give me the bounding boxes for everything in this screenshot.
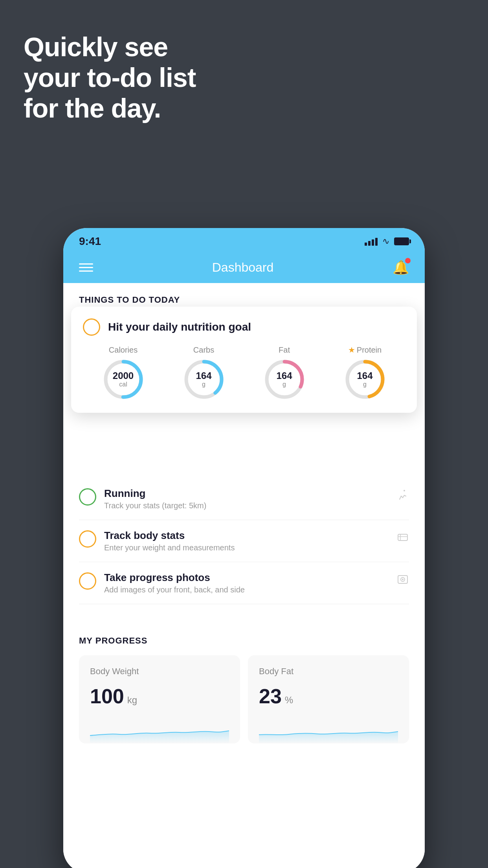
body-weight-chart: [90, 720, 229, 743]
nav-bar: Dashboard 🔔: [63, 252, 425, 283]
status-bar: 9:41 ∿: [63, 228, 425, 252]
calories-unit: cal: [113, 381, 134, 388]
nutrition-rings: Calories 2000 cal Carbs: [83, 345, 405, 401]
body-fat-title: Body Fat: [259, 666, 398, 677]
nutrition-checkbox[interactable]: [83, 318, 100, 336]
app-content: THINGS TO DO TODAY Hit your daily nutrit…: [63, 283, 425, 868]
wifi-icon: ∿: [382, 236, 389, 246]
running-checkbox[interactable]: [79, 488, 96, 506]
carbs-ring: Carbs 164 g: [182, 346, 226, 401]
photos-subtitle: Add images of your front, back, and side: [104, 585, 389, 594]
body-weight-title: Body Weight: [90, 666, 229, 677]
running-text: Running Track your stats (target: 5km): [104, 487, 389, 510]
running-title: Running: [104, 487, 389, 500]
protein-unit: g: [357, 381, 372, 388]
todo-item-running[interactable]: Running Track your stats (target: 5km): [79, 478, 409, 520]
body-fat-value: 23 %: [259, 684, 398, 708]
fat-ring: Fat 164 g: [263, 346, 306, 401]
status-time: 9:41: [79, 235, 101, 248]
fat-ring-svg: 164 g: [263, 358, 306, 401]
body-fat-card[interactable]: Body Fat 23 %: [248, 655, 409, 743]
battery-icon: [394, 237, 409, 245]
protein-value: 164: [357, 371, 372, 381]
body-weight-card[interactable]: Body Weight 100 kg: [79, 655, 240, 743]
star-icon: ★: [348, 345, 355, 355]
body-fat-chart: [259, 720, 398, 743]
protein-label: ★ Protein: [348, 345, 382, 355]
body-fat-number: 23: [259, 684, 282, 708]
progress-header: MY PROGRESS: [79, 636, 409, 646]
body-stats-subtitle: Enter your weight and measurements: [104, 543, 389, 552]
body-weight-unit: kg: [127, 695, 137, 706]
carbs-unit: g: [196, 381, 211, 388]
svg-point-13: [402, 579, 404, 580]
todo-item-body-stats[interactable]: Track body stats Enter your weight and m…: [79, 520, 409, 562]
bell-icon[interactable]: 🔔: [393, 259, 409, 275]
phone-mockup: 9:41 ∿ Dashboard 🔔 THINGS TO DO TODAY: [63, 228, 425, 868]
body-stats-title: Track body stats: [104, 530, 389, 542]
fat-label: Fat: [279, 346, 290, 355]
body-fat-unit: %: [285, 695, 293, 706]
calories-label: Calories: [109, 346, 138, 355]
progress-section: MY PROGRESS Body Weight 100 kg: [63, 620, 425, 743]
signal-icon: [365, 237, 378, 246]
calories-ring: Calories 2000 cal: [102, 346, 145, 401]
hamburger-menu[interactable]: [79, 263, 93, 272]
todo-item-photos[interactable]: Take progress photos Add images of your …: [79, 562, 409, 604]
carbs-value: 164: [196, 370, 211, 381]
protein-ring-svg: 164 g: [343, 358, 387, 401]
svg-rect-8: [398, 534, 407, 541]
status-icons: ∿: [365, 236, 409, 246]
calories-ring-svg: 2000 cal: [102, 358, 145, 401]
nutrition-card-title: Hit your daily nutrition goal: [108, 321, 251, 333]
progress-cards: Body Weight 100 kg: [79, 655, 409, 743]
hero-text: Quickly see your to-do list for the day.: [24, 31, 196, 124]
notification-dot: [405, 258, 411, 263]
body-weight-number: 100: [90, 684, 124, 708]
body-stats-checkbox[interactable]: [79, 530, 96, 548]
photos-checkbox[interactable]: [79, 572, 96, 590]
carbs-ring-svg: 164 g: [182, 358, 226, 401]
body-stats-icon: [396, 531, 409, 547]
running-subtitle: Track your stats (target: 5km): [104, 501, 389, 510]
carbs-label: Carbs: [193, 346, 214, 355]
nutrition-card: Hit your daily nutrition goal Calories 2…: [71, 307, 417, 413]
photos-text: Take progress photos Add images of your …: [104, 572, 389, 594]
calories-value: 2000: [113, 370, 134, 381]
todo-list: Running Track your stats (target: 5km) T…: [63, 478, 425, 604]
running-icon: [396, 489, 409, 505]
protein-ring: ★ Protein 164 g: [343, 345, 387, 401]
body-stats-text: Track body stats Enter your weight and m…: [104, 530, 389, 552]
fat-value: 164: [276, 370, 292, 381]
photos-icon: [396, 573, 409, 589]
body-weight-value: 100 kg: [90, 684, 229, 708]
fat-unit: g: [276, 381, 292, 388]
nav-title: Dashboard: [212, 260, 274, 275]
photos-title: Take progress photos: [104, 572, 389, 584]
